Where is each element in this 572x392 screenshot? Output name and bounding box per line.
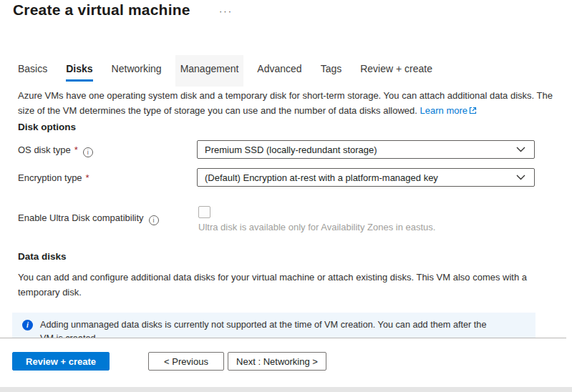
disk-options-heading: Disk options	[18, 122, 76, 132]
more-options-icon[interactable]: ···	[219, 6, 233, 16]
next-networking-button[interactable]: Next : Networking >	[228, 352, 326, 371]
tab-tags[interactable]: Tags	[321, 60, 342, 82]
external-link-icon	[469, 107, 477, 114]
footer-divider	[0, 338, 566, 338]
ultra-disk-label: Enable Ultra Disk compatibilityi	[18, 212, 159, 225]
required-asterisk: *	[74, 144, 78, 155]
learn-more-link[interactable]: Learn more	[420, 105, 477, 116]
encryption-type-label-text: Encryption type	[18, 172, 82, 183]
ultra-disk-label-text: Enable Ultra Disk compatibility	[18, 212, 144, 223]
window-bottom-edge	[0, 387, 572, 392]
tab-management[interactable]: Management	[180, 60, 239, 82]
data-disks-description: You can add and configure additional dat…	[18, 270, 555, 300]
tab-disks[interactable]: Disks	[66, 60, 92, 82]
tab-networking[interactable]: Networking	[112, 60, 162, 82]
info-icon[interactable]: i	[83, 147, 93, 157]
encryption-type-label: Encryption type*	[18, 172, 89, 183]
review-create-button[interactable]: Review + create	[12, 352, 110, 371]
previous-button[interactable]: < Previous	[148, 352, 224, 371]
os-disk-type-select[interactable]: Premium SSD (locally-redundant storage)	[197, 140, 535, 159]
page-title: Create a virtual machine	[13, 1, 190, 19]
required-asterisk: *	[86, 172, 89, 183]
learn-more-label: Learn more	[420, 105, 467, 116]
tab-advanced[interactable]: Advanced	[257, 60, 301, 82]
encryption-type-select[interactable]: (Default) Encryption at-rest with a plat…	[197, 168, 535, 187]
info-filled-icon: i	[22, 320, 33, 330]
info-banner-text: Adding unmanaged data disks is currently…	[40, 318, 502, 338]
tab-basics[interactable]: Basics	[18, 60, 47, 82]
tab-bar: Basics Disks Networking Management Advan…	[18, 60, 451, 82]
ultra-disk-helper-text: Ultra disk is available only for Availab…	[198, 222, 435, 232]
intro-paragraph: Azure VMs have one operating system disk…	[18, 88, 556, 118]
ultra-disk-checkbox[interactable]	[198, 206, 210, 218]
os-disk-type-label: OS disk type*i	[18, 144, 93, 157]
info-icon[interactable]: i	[149, 215, 159, 225]
info-banner-inner: i Adding unmanaged data disks is current…	[12, 313, 535, 338]
os-disk-type-value: Premium SSD (locally-redundant storage)	[205, 144, 377, 155]
chevron-down-icon	[516, 147, 525, 152]
tab-review-create[interactable]: Review + create	[360, 60, 432, 82]
data-disks-heading: Data disks	[18, 251, 67, 262]
create-vm-page: Create a virtual machine ··· Basics Disk…	[0, 0, 572, 392]
encryption-type-value: (Default) Encryption at-rest with a plat…	[205, 172, 438, 183]
info-banner: i Adding unmanaged data disks is current…	[12, 313, 535, 338]
os-disk-type-label-text: OS disk type	[18, 144, 71, 155]
chevron-down-icon	[516, 175, 525, 180]
